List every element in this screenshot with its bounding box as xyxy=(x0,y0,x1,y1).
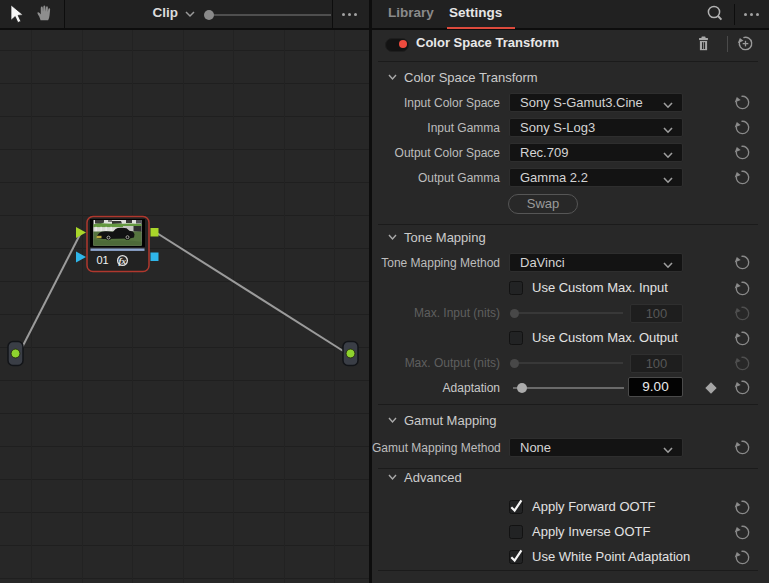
svg-text:01: 01 xyxy=(97,254,109,266)
svg-text:fx: fx xyxy=(119,256,127,266)
